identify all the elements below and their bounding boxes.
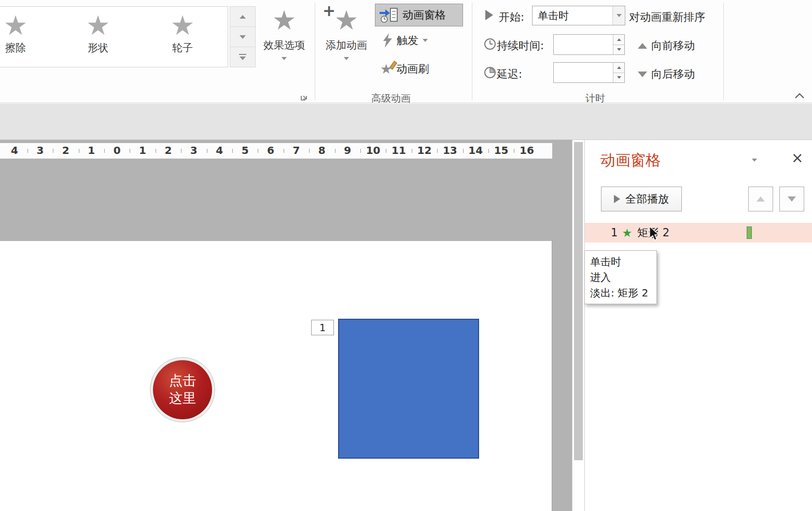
ruler-mark: 1 xyxy=(79,144,104,157)
lightning-bolt-icon xyxy=(382,33,393,48)
star-icon: ★ xyxy=(0,11,44,40)
move-earlier-button[interactable]: 向前移动 xyxy=(638,38,695,53)
spin-up-button[interactable] xyxy=(613,35,624,45)
chevron-down-icon xyxy=(344,57,349,60)
chevron-down-icon xyxy=(240,56,246,60)
effect-options-label: 效果选项 xyxy=(259,38,309,52)
ruler-mark: 8 xyxy=(310,144,334,157)
reorder-up-button[interactable] xyxy=(748,187,773,211)
move-later-button[interactable]: 向后移动 xyxy=(638,67,695,81)
chevron-down-icon xyxy=(240,35,246,39)
gallery-item-label: 轮子 xyxy=(154,41,211,55)
gallery-scroll-down-button[interactable] xyxy=(230,26,255,47)
triangle-up-icon xyxy=(757,196,765,202)
ruler-mark: 12 xyxy=(412,144,437,157)
gallery-item-label: 形状 xyxy=(69,41,127,55)
duration-spinbox xyxy=(553,34,625,55)
ruler-mark: 14 xyxy=(463,144,488,157)
move-earlier-label: 向前移动 xyxy=(651,38,695,53)
animation-pane-label: 动画窗格 xyxy=(402,8,446,22)
pane-menu-chevron-icon[interactable] xyxy=(752,159,757,162)
vertical-scrollbar[interactable] xyxy=(572,140,584,511)
ruler-mark: 13 xyxy=(438,144,463,157)
star-icon: ★ xyxy=(259,5,309,35)
play-all-label: 全部播放 xyxy=(625,192,669,206)
timeline-duration-bar[interactable] xyxy=(747,226,752,239)
ruler-mark: 3 xyxy=(181,144,206,157)
spinner-up-icon xyxy=(617,66,621,69)
chevron-down-icon xyxy=(282,57,287,60)
gallery-scroll-up-button[interactable] xyxy=(230,7,255,26)
animation-painter-icon: ★ xyxy=(380,62,392,76)
spin-down-button[interactable] xyxy=(613,45,624,55)
ruler-mark: 5 xyxy=(233,144,258,157)
delay-label: 延迟: xyxy=(497,67,522,81)
star-icon: ★ xyxy=(154,11,211,40)
animation-number-tag[interactable]: 1 xyxy=(311,320,334,335)
ruler: 4321012345678910111213141516 xyxy=(0,143,552,159)
plus-icon: + xyxy=(323,3,335,19)
group-separator xyxy=(472,3,472,100)
clock-icon xyxy=(483,37,497,51)
chevron-up-icon xyxy=(240,15,246,19)
ruler-mark: 0 xyxy=(105,144,130,157)
ruler-mark: 9 xyxy=(335,144,360,157)
trigger-circle-face: 点击 这里 xyxy=(153,360,212,419)
ruler-mark: 2 xyxy=(156,144,180,157)
entrance-star-icon: ★ xyxy=(622,226,632,239)
triangle-down-icon xyxy=(638,72,647,77)
delay-spinbox xyxy=(553,62,625,83)
gallery-item-wipe[interactable]: ★ 擦除 xyxy=(0,11,44,55)
gallery-item-wheel[interactable]: ★ 轮子 xyxy=(154,11,211,55)
ruler-mark: 4 xyxy=(2,144,27,157)
trigger-label: 触发 xyxy=(397,33,418,48)
circle-text-line2: 这里 xyxy=(169,390,196,407)
group-separator xyxy=(723,3,724,100)
start-dropdown[interactable]: 单击时 xyxy=(532,6,625,25)
triangle-down-icon xyxy=(788,196,796,202)
spinner-down-icon xyxy=(617,48,621,51)
ruler-mark: 10 xyxy=(361,144,386,157)
move-later-label: 向后移动 xyxy=(651,67,695,81)
animation-pane-button[interactable]: 动画窗格 xyxy=(375,4,463,26)
triangle-up-icon xyxy=(638,43,647,49)
animation-painter-button[interactable]: ★ 动画刷 xyxy=(380,62,429,76)
spin-down-button[interactable] xyxy=(613,73,624,83)
collapse-ribbon-button[interactable] xyxy=(794,91,805,101)
ruler-mark: 3 xyxy=(27,144,52,157)
gallery-more-button[interactable] xyxy=(230,47,255,67)
add-animation-button[interactable]: ★+ 添加动画 xyxy=(319,5,373,62)
animation-list-item[interactable]: 1 ★ 矩形 2 xyxy=(585,223,812,243)
ribbon-animations-tab: ★ 擦除 ★ 形状 ★ 轮子 ★ 效果选项 ★+ 添加动画 xyxy=(0,0,812,103)
play-icon xyxy=(485,10,493,20)
ruler-mark: 15 xyxy=(489,144,514,157)
play-icon xyxy=(614,195,620,203)
duration-label: 持续时间: xyxy=(497,38,544,53)
ruler-mark: 2 xyxy=(53,144,78,157)
animation-pane-icon xyxy=(380,7,398,23)
play-all-button[interactable]: 全部播放 xyxy=(601,187,682,211)
trigger-button[interactable]: 触发 xyxy=(382,33,428,48)
delay-input[interactable] xyxy=(554,63,612,82)
rectangle-2-shape[interactable] xyxy=(338,319,479,459)
delay-spinner xyxy=(613,63,624,82)
reorder-down-button[interactable] xyxy=(779,187,804,211)
quick-access-toolbar xyxy=(0,104,812,140)
gallery-item-label: 擦除 xyxy=(0,41,44,55)
animation-gallery: ★ 擦除 ★ 形状 ★ 轮子 xyxy=(0,6,228,67)
spinner-up-icon xyxy=(617,38,621,41)
animation-pane: 动画窗格 × 全部播放 1 ★ 矩形 2 xyxy=(584,140,812,511)
duration-input[interactable] xyxy=(554,35,612,54)
mouse-cursor-icon xyxy=(649,226,661,242)
effect-options-button[interactable]: ★ 效果选项 xyxy=(259,5,309,62)
trigger-circle-shape[interactable]: 点击 这里 xyxy=(150,357,215,422)
scrollbar-thumb[interactable] xyxy=(574,142,583,460)
dropdown-arrow-button[interactable] xyxy=(612,6,625,25)
spin-up-button[interactable] xyxy=(613,63,624,73)
ruler-mark: 1 xyxy=(130,144,155,157)
dialog-launcher-button[interactable] xyxy=(301,93,309,103)
slide[interactable]: 点击 这里 1 xyxy=(0,241,552,511)
gallery-item-shape[interactable]: ★ 形状 xyxy=(69,11,127,55)
animation-index: 1 xyxy=(611,226,618,239)
pane-close-button[interactable]: × xyxy=(791,149,803,166)
